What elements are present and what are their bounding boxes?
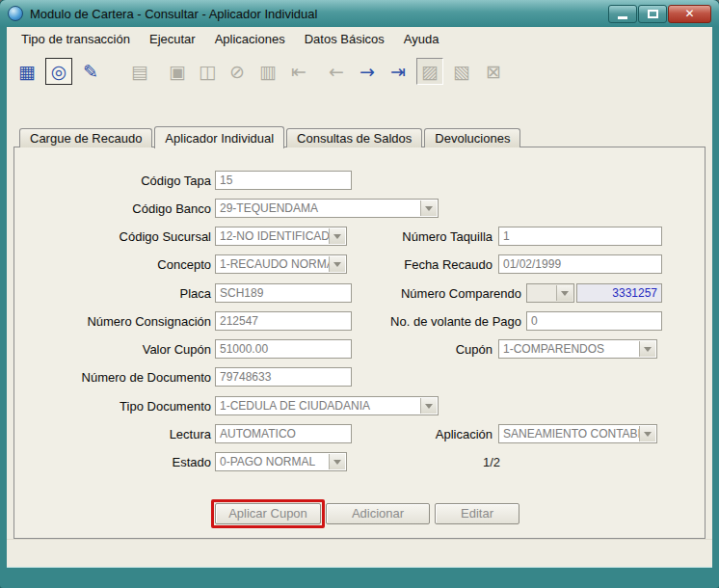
numero-documento-field[interactable]: 79748633: [215, 367, 352, 387]
menu-ayuda[interactable]: Ayuda: [394, 29, 449, 49]
edit-icon[interactable]: ✎: [77, 58, 104, 85]
menu-datos-basicos[interactable]: Datos Básicos: [295, 29, 394, 49]
close-button-icon[interactable]: ✕: [668, 5, 711, 23]
first-record-icon[interactable]: ⇤: [285, 58, 312, 85]
codigo-banco-select[interactable]: 29-TEQUENDAMA: [215, 199, 439, 218]
record-page-indicator: 1/2: [483, 455, 500, 469]
toolbar: ▦◎✎▤▣◫⊘▥⇤←→⇥▨▧⊠: [7, 50, 712, 94]
maximize-button-icon[interactable]: [638, 5, 667, 23]
previous-record-icon[interactable]: ←: [323, 58, 350, 85]
numero-documento-label: Número de Documento: [18, 370, 211, 385]
minimize-button-icon[interactable]: [608, 5, 637, 23]
commit-icon[interactable]: ▧: [448, 58, 475, 85]
menu-bar: Tipo de transacción Ejecutar Aplicacione…: [7, 27, 712, 50]
codigo-tapa-field[interactable]: 15: [215, 171, 352, 190]
new-transaction-icon[interactable]: ▦: [13, 58, 40, 85]
numero-comparendo-select[interactable]: [526, 283, 574, 303]
window-title: Modulo de Cartera - Consultar - Aplicado…: [30, 7, 317, 21]
title-bar[interactable]: Modulo de Cartera - Consultar - Aplicado…: [0, 0, 719, 27]
numero-consignacion-label: Número Consignación: [18, 314, 211, 329]
window-controls: ✕: [607, 5, 711, 23]
execute-query-icon[interactable]: ▨: [416, 58, 443, 85]
app-icon: [8, 6, 23, 21]
aplicador-individual-panel: Código Tapa 15 Código Banco 29-TEQUENDAM…: [13, 147, 706, 539]
tab-aplicador-individual[interactable]: Aplicador Individual: [154, 126, 284, 148]
menu-aplicaciones[interactable]: Aplicaciones: [205, 29, 295, 49]
chevron-down-icon[interactable]: [639, 426, 655, 441]
volante-pago-label: No. de volante de Pago: [329, 314, 521, 329]
chevron-down-icon[interactable]: [556, 285, 573, 301]
tab-devoluciones[interactable]: Devoluciones: [424, 128, 520, 147]
copy-doc-icon[interactable]: ▥: [254, 58, 281, 85]
chevron-down-icon[interactable]: [420, 200, 437, 216]
chevron-down-icon[interactable]: [329, 454, 345, 469]
client-area: Tipo de transacción Ejecutar Aplicacione…: [7, 27, 712, 567]
delete-record-icon[interactable]: ⊠: [480, 58, 507, 85]
report-icon[interactable]: ▤: [126, 58, 153, 85]
tab-consultas-de-saldos[interactable]: Consultas de Saldos: [286, 128, 422, 147]
query-icon[interactable]: ◎: [45, 58, 72, 85]
numero-comparendo-label: Número Comparendo: [329, 286, 521, 301]
aplicacion-select[interactable]: SANEAMIENTO CONTABI: [498, 424, 657, 443]
placa-label: Placa: [18, 286, 211, 301]
estado-select[interactable]: 0-PAGO NORMAL: [215, 452, 347, 471]
codigo-tapa-label: Código Tapa: [18, 174, 211, 188]
app-window: Modulo de Cartera - Consultar - Aplicado…: [0, 0, 719, 588]
numero-taquilla-field[interactable]: 1: [498, 227, 662, 246]
tipo-documento-label: Tipo Documento: [18, 399, 211, 414]
lectura-label: Lectura: [18, 427, 211, 441]
numero-comparendo-value-field[interactable]: 3331257: [576, 283, 662, 303]
cupon-label: Cupón: [300, 342, 493, 357]
editar-button[interactable]: Editar: [435, 503, 519, 524]
last-record-icon[interactable]: ⇥: [385, 58, 412, 85]
numero-taquilla-label: Número Taquilla: [300, 229, 493, 244]
fecha-recaudo-label: Fecha Recaudo: [300, 257, 493, 272]
chevron-down-icon[interactable]: [420, 398, 437, 414]
tab-cargue-de-recaudo[interactable]: Cargue de Recaudo: [19, 128, 152, 147]
status-bar: [7, 539, 712, 567]
fecha-recaudo-field[interactable]: 01/02/1999: [498, 254, 662, 274]
search-doc-icon[interactable]: ◫: [194, 58, 221, 85]
menu-tipo-de-transaccion[interactable]: Tipo de transacción: [12, 29, 140, 49]
save-icon[interactable]: ▣: [164, 58, 191, 85]
concepto-label: Concepto: [18, 257, 211, 272]
menu-ejecutar[interactable]: Ejecutar: [140, 29, 205, 49]
cancel-query-icon[interactable]: ⊘: [224, 58, 251, 85]
aplicacion-label: Aplicación: [300, 427, 493, 441]
next-record-icon[interactable]: →: [354, 58, 381, 85]
codigo-sucursal-label: Código Sucursal: [18, 229, 211, 244]
estado-label: Estado: [18, 455, 211, 469]
tab-bar: Cargue de Recaudo Aplicador Individual C…: [19, 125, 522, 147]
codigo-banco-label: Código Banco: [18, 201, 211, 216]
aplicar-cupon-button[interactable]: Aplicar Cupon: [215, 503, 321, 524]
valor-cupon-label: Valor Cupón: [18, 342, 211, 357]
chevron-down-icon[interactable]: [639, 341, 655, 357]
cupon-select[interactable]: 1-COMPARENDOS: [498, 339, 657, 359]
volante-pago-field[interactable]: 0: [526, 311, 662, 331]
tipo-documento-select[interactable]: 1-CEDULA DE CIUDADANIA: [215, 396, 439, 415]
adicionar-button[interactable]: Adicionar: [326, 503, 430, 524]
